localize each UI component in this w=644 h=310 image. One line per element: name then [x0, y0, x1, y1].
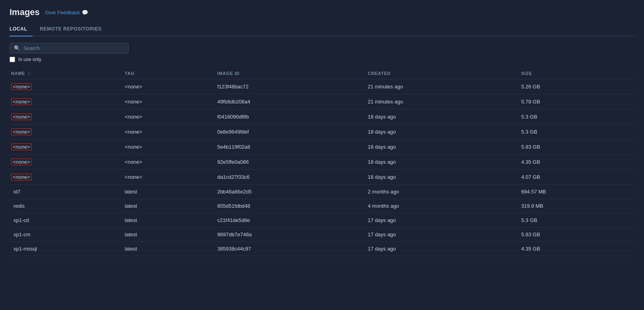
table-row[interactable]: <none><none>5e4b119f02a818 days ago5.83 …: [10, 140, 634, 155]
cell-size: 694.57 MB: [517, 185, 634, 199]
cell-image-id: 0e8e9649fdef: [212, 124, 363, 140]
cell-tag: <none>: [120, 170, 212, 185]
cell-tag: latest: [120, 242, 212, 256]
cell-created: 18 days ago: [363, 155, 516, 170]
cell-image-id: 49fb8db208a4: [212, 94, 363, 109]
feedback-label: Give Feedback: [45, 10, 80, 15]
cell-tag: latest: [120, 185, 212, 199]
cell-name: xp1-cm: [10, 228, 120, 242]
cell-image-id: da1cd27f33c6: [212, 170, 363, 185]
toolbar: 🔍 In use only: [10, 43, 634, 62]
name-value: <none>: [11, 174, 32, 180]
name-value: id7: [13, 189, 20, 195]
col-image-id[interactable]: IMAGE ID: [212, 68, 363, 79]
cell-tag: <none>: [120, 79, 212, 94]
table-header: NAME ↑ TAG IMAGE ID CREATED SIZE: [10, 68, 634, 79]
images-table: NAME ↑ TAG IMAGE ID CREATED SIZE <none><…: [10, 68, 634, 256]
cell-name: redis: [10, 199, 120, 213]
name-value: xp1-cd: [13, 217, 29, 223]
cell-size: 4.35 GB: [517, 242, 634, 256]
table-row[interactable]: <none><none>f123f48bac7221 minutes ago5.…: [10, 79, 634, 94]
cell-tag: <none>: [120, 109, 212, 124]
cell-size: 319.8 MB: [517, 199, 634, 213]
name-value: <none>: [11, 98, 32, 105]
in-use-filter-row: In use only: [10, 57, 634, 62]
table-body: <none><none>f123f48bac7221 minutes ago5.…: [10, 79, 634, 256]
cell-name: <none>: [10, 124, 120, 140]
table-row[interactable]: <none><none>49fb8db208a421 minutes ago5.…: [10, 94, 634, 109]
cell-name: <none>: [10, 94, 120, 109]
name-value: <none>: [11, 128, 32, 135]
name-value: xp1-cm: [13, 232, 31, 237]
header: Images Give Feedback 💬: [10, 7, 634, 17]
tab-local[interactable]: LOCAL: [10, 23, 33, 36]
cell-name: <none>: [10, 79, 120, 94]
cell-name: <none>: [10, 170, 120, 185]
page-container: Images Give Feedback 💬 LOCAL REMOTE REPO…: [0, 0, 644, 263]
cell-created: 21 minutes ago: [363, 94, 516, 109]
col-size[interactable]: SIZE: [517, 68, 634, 79]
cell-size: 5.26 GB: [517, 79, 634, 94]
cell-size: 5.83 GB: [517, 140, 634, 155]
cell-tag: <none>: [120, 94, 212, 109]
cell-name: <none>: [10, 155, 120, 170]
table-row[interactable]: xp1-mssqllatest385938c44c9717 days ago4.…: [10, 242, 634, 256]
cell-name: <none>: [10, 140, 120, 155]
search-input[interactable]: [23, 45, 124, 51]
cell-name: <none>: [10, 109, 120, 124]
cell-tag: latest: [120, 213, 212, 228]
table-row[interactable]: <none><none>92e5ffe0a08618 days ago4.35 …: [10, 155, 634, 170]
cell-created: 17 days ago: [363, 228, 516, 242]
table-row[interactable]: <none><none>da1cd27f33c618 days ago4.07 …: [10, 170, 634, 185]
cell-size: 5.3 GB: [517, 213, 634, 228]
table-row[interactable]: xp1-cmlatest9697db7e748a17 days ago5.83 …: [10, 228, 634, 242]
tabs-bar: LOCAL REMOTE REPOSITORIES: [10, 23, 634, 36]
name-value: <none>: [11, 144, 32, 150]
name-value: <none>: [11, 159, 32, 165]
search-icon: 🔍: [14, 45, 20, 51]
tab-remote-repositories[interactable]: REMOTE REPOSITORIES: [40, 23, 107, 36]
col-name[interactable]: NAME ↑: [10, 68, 120, 79]
cell-image-id: 5e4b119f02a8: [212, 140, 363, 155]
cell-name: id7: [10, 185, 120, 199]
page-title: Images: [10, 7, 40, 17]
cell-created: 17 days ago: [363, 213, 516, 228]
col-created[interactable]: CREATED: [363, 68, 516, 79]
table-row[interactable]: id7latest2bb48a86e2d52 months ago694.57 …: [10, 185, 634, 199]
cell-image-id: 92e5ffe0a086: [212, 155, 363, 170]
cell-size: 4.35 GB: [517, 155, 634, 170]
feedback-icon: 💬: [82, 10, 88, 15]
name-value: xp1-mssql: [13, 246, 37, 252]
cell-tag: latest: [120, 228, 212, 242]
in-use-label[interactable]: In use only: [18, 57, 41, 62]
cell-created: 2 months ago: [363, 185, 516, 199]
feedback-link[interactable]: Give Feedback 💬: [45, 10, 88, 15]
table-row[interactable]: <none><none>f0416090df8b18 days ago5.3 G…: [10, 109, 634, 124]
sort-arrow-name: ↑: [28, 71, 30, 76]
cell-image-id: 385938c44c97: [212, 242, 363, 256]
cell-tag: <none>: [120, 140, 212, 155]
cell-created: 17 days ago: [363, 242, 516, 256]
cell-created: 18 days ago: [363, 170, 516, 185]
cell-tag: <none>: [120, 124, 212, 140]
name-value: redis: [13, 203, 25, 209]
cell-size: 5.83 GB: [517, 228, 634, 242]
in-use-checkbox[interactable]: [10, 57, 15, 62]
col-tag[interactable]: TAG: [120, 68, 212, 79]
cell-size: 5.78 GB: [517, 94, 634, 109]
cell-created: 21 minutes ago: [363, 79, 516, 94]
cell-image-id: 9697db7e748a: [212, 228, 363, 242]
cell-image-id: c21f41de5d8e: [212, 213, 363, 228]
cell-created: 18 days ago: [363, 124, 516, 140]
cell-created: 18 days ago: [363, 140, 516, 155]
table-row[interactable]: xp1-cdlatestc21f41de5d8e17 days ago5.3 G…: [10, 213, 634, 228]
cell-created: 4 months ago: [363, 199, 516, 213]
cell-size: 5.3 GB: [517, 124, 634, 140]
cell-tag: latest: [120, 199, 212, 213]
table-row[interactable]: <none><none>0e8e9649fdef18 days ago5.3 G…: [10, 124, 634, 140]
cell-image-id: 2bb48a86e2d5: [212, 185, 363, 199]
name-value: <none>: [11, 83, 32, 90]
cell-name: xp1-mssql: [10, 242, 120, 256]
search-box: 🔍: [10, 43, 129, 54]
table-row[interactable]: redislatest855d51fdbd484 months ago319.8…: [10, 199, 634, 213]
